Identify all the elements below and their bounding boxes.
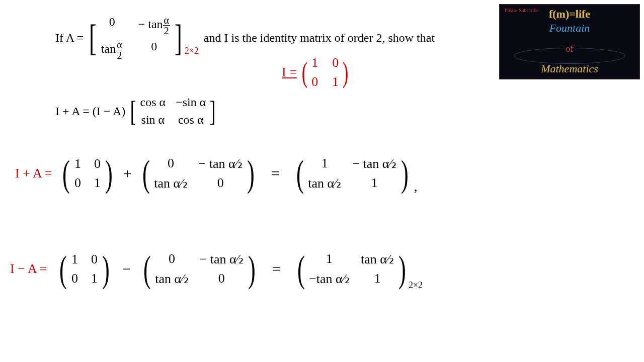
R-r1c1: cos α — [140, 96, 166, 109]
subscribe-text: Please Subscribe — [505, 8, 539, 13]
A-r1c2: − tanα2 — [138, 15, 170, 36]
plus-op: + — [123, 165, 132, 182]
A-r1c1: 0 — [101, 15, 123, 36]
matrix-A-def: [ 0 − tanα2 tanα2 0 ] — [87, 15, 184, 60]
iplusa-lhs: I + A = — [15, 166, 52, 181]
problem-line-1: If A = [ 0 − tanα2 tanα2 0 ] 2×2 and I i… — [55, 15, 435, 60]
logo-line-3: of — [500, 44, 639, 54]
R-r2c2: cos α — [176, 113, 206, 127]
I-r2c1: 0 — [311, 74, 318, 89]
i-minus-a-line: I − A = ( 1 0 0 1 ) − ( 0 − tan α⁄₂ tan … — [10, 251, 426, 287]
iplusa-res: ( 1 − tan α⁄₂ tan α⁄₂ 1 ) — [294, 156, 411, 191]
I-r2c2: 1 — [332, 74, 339, 89]
eq2: = — [272, 260, 281, 278]
if-text: If A = — [55, 31, 84, 45]
toshow-lhs: I + A = (I − A) — [55, 105, 125, 118]
eq1: = — [271, 165, 280, 182]
iminusa-A: ( 0 − tan α⁄₂ tan α⁄₂ 0 ) — [141, 251, 258, 287]
comma: , — [414, 178, 417, 195]
iminusa-I: ( 1 0 0 1 ) — [57, 252, 112, 286]
i-plus-a-line: I + A = ( 1 0 0 1 ) + ( 0 − tan α⁄₂ tan … — [15, 156, 417, 191]
iplusa-I: ( 1 0 0 1 ) — [60, 156, 115, 191]
logo-line-4: Mathematics — [500, 62, 639, 75]
A-r2c2: 0 — [138, 40, 170, 60]
logo-line-2: Fountain — [500, 22, 639, 35]
I-lhs: I = — [282, 65, 297, 80]
identity-matrix: ( 1 0 0 1 ) — [300, 55, 351, 89]
A-r2c1: tanα2 — [101, 40, 123, 60]
mid-text: and I is the identity matrix of order 2,… — [204, 31, 435, 45]
rotation-matrix: [ cos α −sin α sin α cos α ] — [128, 96, 217, 127]
I-r1c1: 1 — [311, 55, 318, 70]
identity-def: I = ( 1 0 0 1 ) — [282, 55, 353, 89]
to-show: I + A = (I − A) [ cos α −sin α sin α cos… — [55, 96, 221, 127]
I-r1c2: 0 — [332, 55, 339, 70]
channel-logo: Please Subscribe f(m)=life Fountain of M… — [499, 4, 640, 79]
A-dim: 2×2 — [185, 46, 199, 56]
iminusa-res: ( 1 tan α⁄₂ −tan α⁄₂ 1 ) — [295, 251, 409, 287]
iplusa-A: ( 0 − tan α⁄₂ tan α⁄₂ 0 ) — [140, 156, 257, 191]
minus-op: − — [122, 260, 131, 278]
R-r1c2: −sin α — [176, 96, 206, 109]
R-r2c1: sin α — [140, 113, 166, 127]
iminusa-lhs: I − A = — [10, 261, 47, 277]
res-dim: 2×2 — [409, 280, 423, 291]
